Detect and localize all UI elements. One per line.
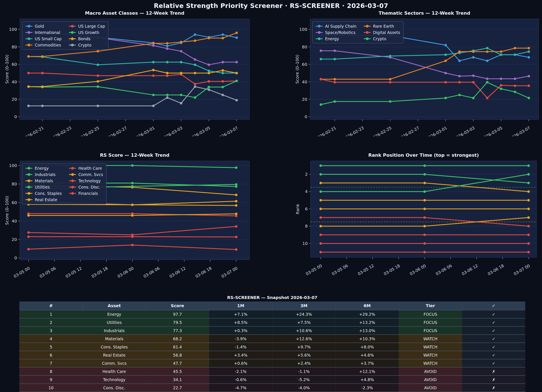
chart-rank-position: 24681003-05 0003-05 0603-05 1203-05 1803… bbox=[294, 150, 542, 279]
asset-cell: Industrials bbox=[83, 326, 146, 335]
rank-cell: 9 bbox=[20, 376, 83, 384]
check-cell: ✓ bbox=[462, 359, 525, 367]
svg-text:4: 4 bbox=[305, 189, 308, 194]
legend-item-technology[interactable]: Technology bbox=[69, 178, 103, 183]
column-header--: ✓ bbox=[462, 301, 525, 310]
thematic-legend: AI Supply ChainSpace/RoboticsEnergyRare … bbox=[312, 21, 403, 43]
table-row[interactable]: 1Energy97.7+7.1%+24.3%+29.2%FOCUS✓ bbox=[20, 310, 526, 318]
legend-item-crypto[interactable]: Crypto bbox=[364, 36, 400, 42]
pct-3m-cell: +7.5% bbox=[272, 318, 336, 326]
legend-label: Technology bbox=[78, 178, 101, 183]
pct-1m-cell: -4.7% bbox=[209, 384, 272, 392]
legend-item-health-care[interactable]: Health Care bbox=[69, 165, 103, 171]
svg-text:0: 0 bbox=[14, 255, 17, 260]
legend-label: Real Estate bbox=[35, 197, 57, 202]
legend-swatch-icon bbox=[364, 26, 371, 27]
legend-swatch-icon bbox=[364, 32, 371, 33]
legend-item-crypto[interactable]: Crypto bbox=[69, 42, 105, 48]
legend-swatch-icon bbox=[69, 187, 76, 188]
rank-cell: 5 bbox=[20, 343, 83, 351]
legend-item-cons-staples[interactable]: Cons. Staples bbox=[25, 190, 62, 196]
asset-cell: Cons. Disc. bbox=[83, 384, 146, 392]
pct-1m-cell: +0.6% bbox=[209, 359, 272, 367]
table-title: RS-SCREENER — Snapshot 2026-03-07 bbox=[19, 295, 525, 300]
legend-item-space-robotics[interactable]: Space/Robotics bbox=[316, 30, 357, 35]
svg-text:03-06 00: 03-06 00 bbox=[117, 266, 135, 279]
table-row[interactable]: 5Cons. Staples61.4-1.4%+9.7%+8.0%WATCH✓ bbox=[20, 343, 526, 351]
rank-cell: 6 bbox=[20, 351, 83, 359]
svg-text:60: 60 bbox=[12, 200, 17, 205]
legend-item-digital-assets[interactable]: Digital Assets bbox=[364, 30, 400, 35]
legend-label: Utilities bbox=[35, 185, 50, 189]
asset-cell: Real Estate bbox=[83, 351, 146, 359]
tier-badge: WATCH bbox=[399, 343, 462, 351]
column-header-3m: 3M bbox=[272, 301, 336, 310]
column-header-1m: 1M bbox=[209, 301, 272, 310]
pct-1m-cell: -1.4% bbox=[209, 343, 272, 351]
table-row[interactable]: 7Comm. Svcs47.7+0.6%+2.4%+3.7%WATCH✓ bbox=[20, 359, 526, 367]
table-row[interactable]: 8Health Care45.5-2.1%-1.1%+12.1%AVOID✗ bbox=[20, 367, 526, 376]
legend-swatch-icon bbox=[69, 38, 76, 39]
legend-item-us-small-cap[interactable]: US Small Cap bbox=[25, 36, 62, 42]
svg-text:03-06 12: 03-06 12 bbox=[168, 266, 186, 279]
legend-swatch-icon bbox=[69, 180, 76, 181]
legend-label: US Growth bbox=[78, 30, 99, 35]
svg-text:03-06 18: 03-06 18 bbox=[195, 266, 212, 279]
legend-item-cons-disc-[interactable]: Cons. Disc. bbox=[69, 184, 103, 190]
table-row[interactable]: 6Real Estate56.8+3.4%+5.6%+4.6%WATCH✓ bbox=[20, 351, 526, 359]
legend-item-industrials[interactable]: Industrials bbox=[25, 172, 62, 177]
rank-plot: 24681003-05 0003-05 0603-05 1203-05 1803… bbox=[294, 150, 542, 279]
legend-label: US Small Cap bbox=[35, 37, 62, 41]
legend-swatch-icon bbox=[25, 168, 33, 169]
svg-text:0: 0 bbox=[14, 114, 17, 119]
score-cell: 47.7 bbox=[146, 359, 209, 367]
legend-item-financials[interactable]: Financials bbox=[69, 190, 103, 196]
legend-item-gold[interactable]: Gold bbox=[25, 23, 62, 29]
svg-text:03-05 06: 03-05 06 bbox=[331, 263, 349, 276]
legend-item-us-large-cap[interactable]: US Large Cap bbox=[69, 23, 105, 29]
legend-label: Comm. Svcs bbox=[78, 172, 103, 177]
legend-item-ai-supply-chain[interactable]: AI Supply Chain bbox=[316, 23, 357, 29]
legend-item-us-growth[interactable]: US Growth bbox=[69, 30, 105, 35]
table-row[interactable]: 2Utilities79.5+8.5%+7.5%+13.2%FOCUS✓ bbox=[20, 318, 526, 326]
svg-text:2026-03-05: 2026-03-05 bbox=[189, 125, 211, 136]
legend-item-materials[interactable]: Materials bbox=[25, 178, 62, 183]
legend-label: Energy bbox=[325, 37, 339, 41]
legend-item-bonds[interactable]: Bonds bbox=[69, 36, 105, 42]
legend-item-international[interactable]: International bbox=[25, 30, 62, 35]
legend-item-comm-svcs[interactable]: Comm. Svcs bbox=[69, 172, 103, 177]
svg-text:Rank Position Over Time (top: Rank Position Over Time (top = strongest… bbox=[368, 153, 479, 158]
pct-6m-cell: +13.0% bbox=[336, 326, 399, 335]
legend-item-real-estate[interactable]: Real Estate bbox=[25, 197, 62, 202]
svg-text:Thematic Sectors — 12-Week Tre: Thematic Sectors — 12-Week Trend bbox=[379, 11, 470, 16]
svg-text:80: 80 bbox=[302, 44, 307, 49]
table-row[interactable]: 3Industrials77.3+0.3%+10.6%+13.0%FOCUS✓ bbox=[20, 326, 526, 335]
legend-item-rare-earth[interactable]: Rare Earth bbox=[364, 23, 400, 29]
asset-cell: Energy bbox=[83, 310, 146, 318]
legend-label: Energy bbox=[35, 166, 49, 171]
svg-text:6: 6 bbox=[305, 206, 308, 211]
table-row[interactable]: 9Technology34.1-0.6%-5.2%+4.8%AVOID✗ bbox=[20, 376, 526, 384]
svg-text:03-06 18: 03-06 18 bbox=[487, 263, 505, 276]
pct-1m-cell: -0.6% bbox=[209, 376, 272, 384]
legend-item-energy[interactable]: Energy bbox=[25, 165, 62, 171]
pct-3m-cell: -1.1% bbox=[272, 367, 336, 376]
asset-cell: Comm. Svcs bbox=[83, 359, 146, 367]
pct-6m-cell: +4.6% bbox=[336, 351, 399, 359]
table-row[interactable]: 4Materials68.2-3.9%+12.6%+10.3%WATCH✓ bbox=[20, 335, 526, 343]
check-cell: ✗ bbox=[462, 376, 525, 384]
pct-6m-cell: +13.2% bbox=[336, 318, 399, 326]
svg-text:40: 40 bbox=[12, 79, 17, 84]
legend-item-commodities[interactable]: Commodities bbox=[25, 42, 62, 48]
legend-label: Cons. Disc. bbox=[78, 185, 100, 189]
svg-text:2026-02-23: 2026-02-23 bbox=[342, 125, 365, 136]
legend-swatch-icon bbox=[25, 32, 33, 33]
legend-item-utilities[interactable]: Utilities bbox=[25, 184, 62, 190]
pct-6m-cell: +3.7% bbox=[336, 359, 399, 367]
table-row[interactable]: 10Cons. Disc.22.7-4.7%-4.0%-2.3%AVOID✗ bbox=[20, 384, 526, 392]
svg-text:03-07 00: 03-07 00 bbox=[513, 263, 531, 276]
svg-text:2026-03-03: 2026-03-03 bbox=[161, 125, 183, 136]
legend-item-energy[interactable]: Energy bbox=[316, 36, 357, 42]
svg-text:Score (0–100): Score (0–100) bbox=[4, 55, 9, 84]
check-cell: ✓ bbox=[462, 343, 525, 351]
